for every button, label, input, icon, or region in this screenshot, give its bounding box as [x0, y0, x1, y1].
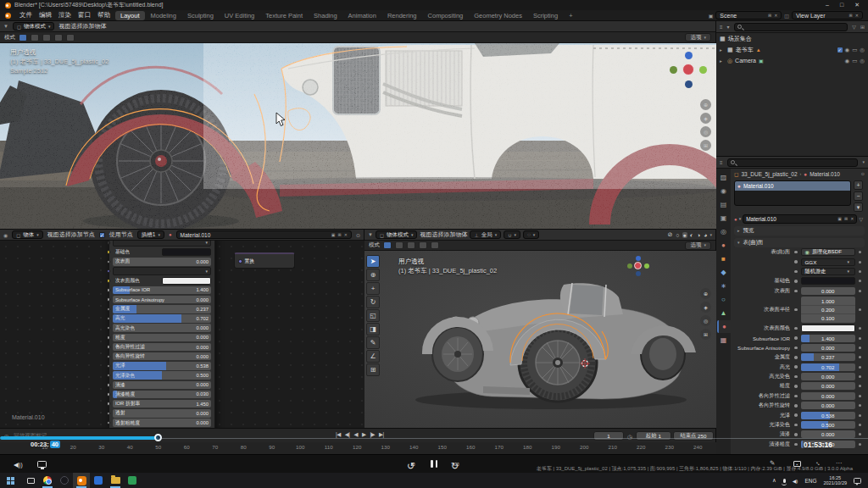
surface-shader-button[interactable]: ◉ 原理化BSDF [801, 248, 856, 256]
node-input-row[interactable]: 基础色 ▾ [113, 248, 211, 256]
color-swatch[interactable] [162, 277, 211, 285]
animate-dot[interactable] [859, 347, 861, 349]
slot-specials-button[interactable]: ▾ [854, 202, 863, 212]
properties-tab[interactable]: ■ [717, 252, 731, 265]
topbar-menu-item[interactable]: 窗口 [75, 11, 94, 19]
overlays-icon[interactable]: ◕ [703, 232, 708, 238]
browse-material-icon[interactable]: ▾ [739, 217, 742, 221]
scene-selector[interactable]: Scene ⊞ ✕ [715, 11, 782, 19]
use-nodes-checkbox[interactable]: ✓ [99, 232, 105, 238]
axis-y-dot[interactable] [670, 66, 677, 74]
outliner-row-car-collection[interactable]: ▸ ▦ 老爷车 ▲ ✓ ◉ ▭ ◎ [716, 44, 868, 55]
shader-menu-item[interactable]: 节点 [83, 231, 95, 237]
workspace-tab[interactable]: Modeling [146, 11, 181, 20]
select-mode-new-button[interactable] [19, 34, 27, 42]
node-socket[interactable] [107, 336, 111, 340]
solid-shading-icon[interactable]: ● [682, 232, 687, 238]
animate-dot[interactable] [859, 433, 861, 435]
material-slot-selected[interactable]: ● Material.010 [735, 181, 850, 191]
axis-x-dot[interactable] [634, 262, 642, 269]
property-slider[interactable]: 0.000 ▾ [801, 402, 856, 409]
node-input-row[interactable]: 光泽 0.538 0.538 ▾ [113, 362, 211, 369]
slot-dropdown[interactable]: 插槽1▾ [137, 230, 164, 239]
node-socket[interactable] [107, 374, 111, 378]
animate-dot[interactable] [859, 280, 861, 282]
render-visibility-icon[interactable]: ◎ [860, 47, 865, 53]
xray-toggle-icon[interactable]: ⊘ [666, 231, 673, 238]
displacement-socket[interactable] [238, 259, 242, 263]
material-name-field[interactable]: Material.010 ▣ ⊞ ✕ [743, 214, 857, 224]
outliner-row-scene-collection[interactable]: ▦ 场景集合 [716, 33, 868, 44]
property-slider[interactable]: 1.400 ▾ [801, 335, 856, 342]
language-indicator[interactable]: ENG [804, 478, 816, 484]
node-input-row[interactable]: 高光 0.702 0.702 ▾ [113, 314, 211, 322]
workspace-tab[interactable]: Scripting [528, 11, 563, 20]
add-cube-tool[interactable]: ⊞ [366, 363, 380, 376]
workspace-tab[interactable]: Sculpting [182, 11, 219, 20]
minimize-button[interactable]: – [826, 2, 829, 8]
rotate-tool[interactable]: ↻ [366, 296, 380, 308]
filter-icon[interactable]: ▽ [852, 24, 856, 30]
viewport-canvas[interactable]: 用户透视 (1) 老爷车 | 33_DUE_5j_plastic_02 ⊕ ◈ … [364, 251, 716, 429]
rendered-shading-icon[interactable]: ◑ [696, 232, 701, 238]
rewind-10-icon[interactable]: ↺10 [407, 458, 419, 469]
shader-menu-item[interactable]: 添加 [71, 231, 83, 237]
transform-tool[interactable]: ◨ [366, 323, 380, 336]
workspace-tab[interactable]: UV Editing [220, 11, 259, 20]
properties-tab[interactable]: ▲ [717, 307, 731, 319]
workspace-tab[interactable]: Compositing [423, 11, 469, 20]
material-shading-icon[interactable]: ◐ [689, 232, 694, 238]
copy-icon[interactable]: ⊞ [768, 14, 771, 18]
node-input-row[interactable]: 清漆糙度 0.030 0.030 ▾ [113, 391, 211, 398]
display-mode-icon[interactable]: ▾ [727, 24, 730, 30]
property-slider[interactable]: 0.702 ▾ [801, 363, 856, 371]
annotate-tool[interactable]: ✎ [366, 336, 380, 349]
node-socket[interactable] [107, 355, 111, 359]
animate-dot[interactable] [859, 270, 861, 273]
axis-z-neg-dot[interactable] [636, 271, 641, 276]
new-collection-icon[interactable]: ⊞ [860, 24, 865, 30]
select-mode-intersect-button[interactable] [431, 241, 439, 249]
taskbar-app-blue-icon[interactable] [90, 473, 107, 488]
node-socket[interactable] [107, 250, 111, 254]
editor-type-icon[interactable]: ≡ [720, 160, 723, 165]
select-mode-invert-button[interactable] [54, 34, 63, 42]
workspace-tab[interactable]: Animation [343, 11, 381, 20]
node-socket[interactable] [107, 317, 111, 321]
viewport-menu-item[interactable]: 选择 [431, 231, 443, 237]
taskbar-app-icon[interactable] [56, 473, 73, 488]
viewport-menu-item[interactable]: 视图 [420, 231, 431, 237]
editor-type-icon[interactable]: ▼ [3, 24, 8, 29]
taskbar-folder-icon[interactable] [107, 473, 124, 488]
tool-options-button[interactable]: 选项▾ [685, 33, 711, 42]
tray-expand-icon[interactable]: ∧ [772, 477, 776, 484]
progress-handle[interactable] [154, 434, 162, 441]
workspace-tab[interactable]: Layout [115, 11, 145, 20]
node-input-row[interactable]: 次表面 0.000 0.000 ▾ [113, 258, 211, 265]
pin-icon[interactable]: ⊙ [861, 172, 865, 176]
zoom-icon[interactable]: ⊕ [700, 99, 711, 110]
animate-dot[interactable] [859, 375, 861, 378]
node-socket[interactable] [107, 308, 111, 312]
render-viewport-canvas[interactable]: 用户透视 (1) 老爷车 | 33_DUE_5j_plastic_02 Samp… [0, 43, 716, 229]
taskbar-app-green-icon[interactable] [124, 473, 141, 488]
property-slider[interactable]: 随机游走 ▾ [801, 268, 856, 275]
properties-tab[interactable]: ◉ [717, 185, 731, 197]
color-swatch[interactable] [801, 324, 856, 332]
outliner-search-input[interactable] [734, 23, 849, 31]
view-layer-selector[interactable]: View Layer ⊞ ✕ [792, 11, 863, 19]
danmaku-screen-icon[interactable] [37, 461, 47, 468]
expand-icon[interactable]: ▸ [720, 58, 725, 64]
workspace-tab[interactable]: Texture Paint [260, 11, 308, 20]
animate-dot[interactable] [859, 385, 861, 387]
mode-dropdown[interactable]: ◻ 物体模式▾ [376, 230, 418, 239]
close-icon[interactable]: ✕ [855, 14, 859, 18]
select-mode-subtract-button[interactable] [407, 241, 415, 249]
mode-dropdown[interactable]: ◻ 物体模式▾ [13, 22, 55, 30]
topbar-menu-item[interactable]: 渲染 [55, 11, 75, 19]
properties-tab[interactable]: ● [717, 320, 731, 333]
viewport-menu-item[interactable]: 物体 [455, 231, 467, 237]
node-socket[interactable] [107, 297, 111, 302]
node-socket[interactable] [107, 241, 111, 245]
node-socket[interactable] [107, 421, 111, 425]
